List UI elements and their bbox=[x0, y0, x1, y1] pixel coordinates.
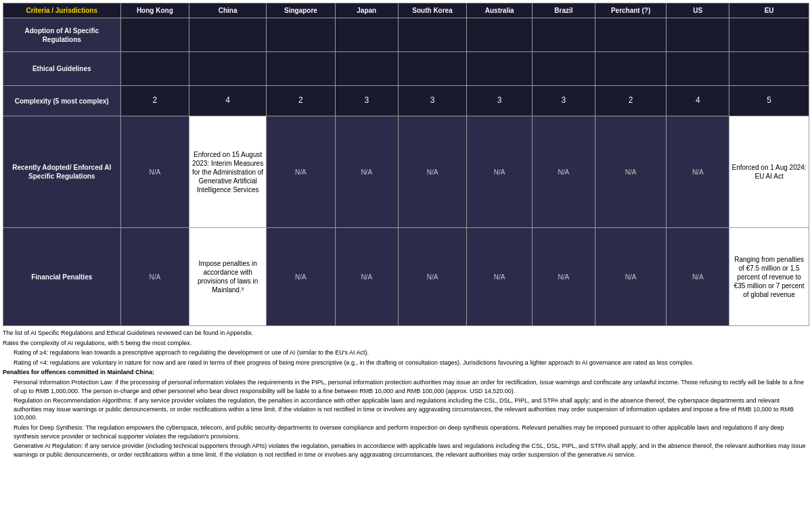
col-header-jp: Japan bbox=[335, 3, 398, 18]
criteria-recently-adopted: Recently Adopted/ Enforced AI Specific R… bbox=[3, 116, 121, 228]
cell-ethical-cn bbox=[189, 52, 267, 86]
cell-adopted-br: N/A bbox=[532, 116, 595, 228]
col-header-pe: Perchant (?) bbox=[595, 3, 666, 18]
criteria-ethical: Ethical Guidelines bbox=[3, 52, 121, 86]
col-header-br: Brazil bbox=[532, 3, 595, 18]
cell-complexity-eu: 5 bbox=[729, 86, 809, 116]
cell-complexity-kr: 3 bbox=[398, 86, 467, 116]
col-header-sg: Singapore bbox=[267, 3, 336, 18]
cell-adopted-us: N/A bbox=[667, 116, 729, 228]
footnote-2a: Rating of ≥4: regulations lean towards a… bbox=[3, 348, 809, 357]
cell-financial-kr: N/A bbox=[398, 228, 467, 326]
criteria-financial: Financial Penalties bbox=[3, 228, 121, 326]
page-wrapper: Criteria / Jurisdictions Hong Kong China… bbox=[0, 0, 812, 463]
cell-complexity-jp: 3 bbox=[335, 86, 398, 116]
cell-adoption-cn bbox=[189, 18, 267, 52]
cell-adoption-eu bbox=[729, 18, 809, 52]
footnote-3b: Regulation on Recommendation Algorithms:… bbox=[3, 396, 809, 422]
cell-ethical-sg bbox=[267, 52, 336, 86]
cell-complexity-br: 3 bbox=[532, 86, 595, 116]
col-header-us: US bbox=[667, 3, 729, 18]
col-header-au: Australia bbox=[467, 3, 533, 18]
cell-adopted-eu: Enforced on 1 Aug 2024: EU AI Act bbox=[729, 116, 809, 228]
cell-ethical-pe bbox=[595, 52, 666, 86]
footnote-3d: Generative AI Regulation: If any service… bbox=[3, 442, 809, 459]
cell-adoption-kr bbox=[398, 18, 467, 52]
cell-adopted-hk: N/A bbox=[120, 116, 189, 228]
cell-adoption-pe bbox=[595, 18, 666, 52]
cell-ethical-us bbox=[667, 52, 729, 86]
cell-adopted-sg: N/A bbox=[267, 116, 336, 228]
cell-complexity-au: 3 bbox=[467, 86, 533, 116]
cell-financial-br: N/A bbox=[532, 228, 595, 326]
col-header-criteria: Criteria / Jurisdictions bbox=[3, 3, 121, 18]
cell-adoption-jp bbox=[335, 18, 398, 52]
cell-ethical-hk bbox=[120, 52, 189, 86]
cell-adoption-us bbox=[667, 18, 729, 52]
cell-ethical-br bbox=[532, 52, 595, 86]
cell-adopted-pe: N/A bbox=[595, 116, 666, 228]
cell-financial-pe: N/A bbox=[595, 228, 666, 326]
cell-financial-sg: N/A bbox=[267, 228, 336, 326]
footnote-2b: Rating of <4: regulations are voluntary … bbox=[3, 359, 809, 367]
footnote-1: The list of AI Specific Regulations and … bbox=[3, 329, 809, 338]
cell-financial-eu: Ranging from penalties of €7.5 million o… bbox=[729, 228, 809, 326]
footnote-2: Rates the complexity of AI regulations, … bbox=[3, 339, 809, 348]
criteria-adoption: Adoption of AI Specific Regulations bbox=[3, 18, 121, 52]
cell-ethical-eu bbox=[729, 52, 809, 86]
row-complexity: Complexity (5 most complex) 2 4 2 3 3 3 … bbox=[3, 86, 809, 116]
cell-adoption-sg bbox=[267, 18, 336, 52]
footnote-3c: Rules for Deep Synthesis: The regulation… bbox=[3, 424, 809, 440]
col-header-cn: China bbox=[189, 3, 267, 18]
cell-adopted-jp: N/A bbox=[335, 116, 398, 228]
cell-complexity-cn: 4 bbox=[189, 86, 267, 116]
cell-complexity-sg: 2 bbox=[267, 86, 336, 116]
cell-complexity-pe: 2 bbox=[595, 86, 666, 116]
cell-adoption-hk bbox=[120, 18, 189, 52]
row-recently-adopted: Recently Adopted/ Enforced AI Specific R… bbox=[3, 116, 809, 228]
cell-financial-jp: N/A bbox=[335, 228, 398, 326]
cell-adoption-au bbox=[467, 18, 533, 52]
row-ethical: Ethical Guidelines bbox=[3, 52, 809, 86]
col-header-eu: EU bbox=[729, 3, 809, 18]
cell-financial-us: N/A bbox=[667, 228, 729, 326]
criteria-complexity: Complexity (5 most complex) bbox=[3, 86, 121, 116]
cell-adopted-kr: N/A bbox=[398, 116, 467, 228]
cell-adopted-cn: Enforced on 15 August 2023: Interim Meas… bbox=[189, 116, 267, 228]
cell-ethical-au bbox=[467, 52, 533, 86]
row-financial: Financial Penalties N/A Impose penalties… bbox=[3, 228, 809, 326]
cell-financial-au: N/A bbox=[467, 228, 533, 326]
col-header-hk: Hong Kong bbox=[120, 3, 189, 18]
main-table: Criteria / Jurisdictions Hong Kong China… bbox=[3, 3, 809, 326]
cell-financial-hk: N/A bbox=[120, 228, 189, 326]
footnote-3a: Personal Information Protection Law: If … bbox=[3, 378, 809, 395]
footnotes: The list of AI Specific Regulations and … bbox=[3, 329, 809, 459]
cell-complexity-hk: 2 bbox=[120, 86, 189, 116]
col-header-kr: South Korea bbox=[398, 3, 467, 18]
row-adoption: Adoption of AI Specific Regulations bbox=[3, 18, 809, 52]
cell-ethical-jp bbox=[335, 52, 398, 86]
cell-financial-cn: Impose penalties in accordance with prov… bbox=[189, 228, 267, 326]
cell-adoption-br bbox=[532, 18, 595, 52]
footnote-3-title: Penalties for offences committed in Main… bbox=[3, 368, 809, 377]
cell-ethical-kr bbox=[398, 52, 467, 86]
cell-adopted-au: N/A bbox=[467, 116, 533, 228]
cell-complexity-us: 4 bbox=[667, 86, 729, 116]
